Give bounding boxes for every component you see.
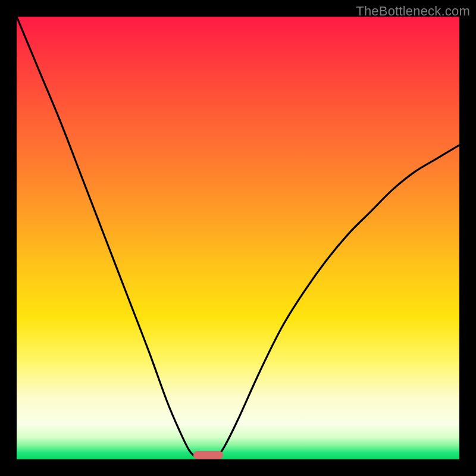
chart-frame: TheBottleneck.com bbox=[0, 0, 476, 476]
curves-layer bbox=[17, 17, 459, 459]
right-curve bbox=[216, 145, 459, 459]
left-curve bbox=[17, 17, 201, 459]
watermark-text: TheBottleneck.com bbox=[356, 4, 470, 19]
bottleneck-marker bbox=[193, 451, 223, 459]
chart-plot-area bbox=[17, 17, 459, 459]
